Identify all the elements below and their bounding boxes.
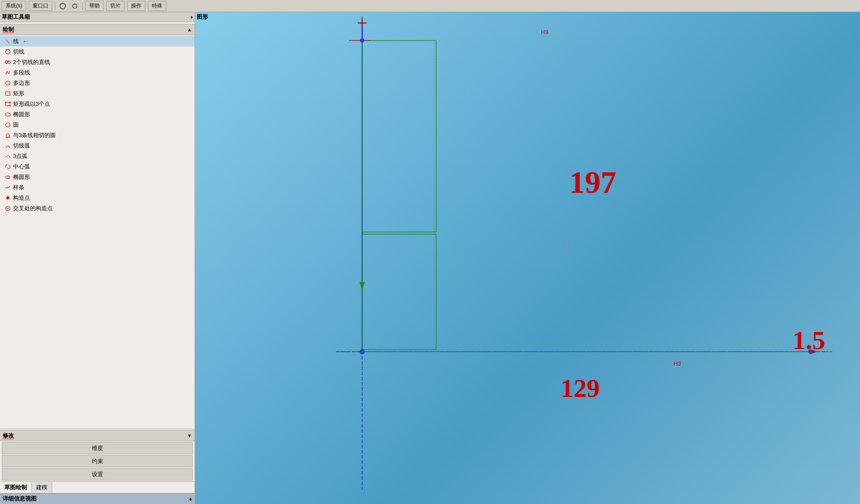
panel-header: 草图工具箱 ♦: [0, 12, 195, 22]
tool-item-3point-arc[interactable]: 3点弧: [0, 151, 195, 161]
tool-item-ellipse-label: 椭圆形: [13, 111, 30, 118]
tool-item-spline-label: 样条: [13, 184, 24, 192]
svg-point-17: [6, 165, 10, 169]
tool-item-tangent-arc-label: 切线弧: [13, 142, 30, 150]
svg-point-14: [6, 123, 10, 127]
tool-item-two-tangent-label: 2个切线的直线: [13, 58, 50, 66]
tool-item-rect[interactable]: 矩形: [0, 88, 195, 99]
help-menu-button[interactable]: 帮助: [85, 1, 104, 11]
draw-section-arrow: ▲: [187, 27, 192, 32]
canvas-title: 图形: [197, 13, 208, 21]
detail-panel-pin[interactable]: ♦: [189, 496, 192, 502]
tool-item-line-label: 线: [13, 37, 19, 45]
green-rect-bottom: [362, 234, 436, 349]
canvas-area[interactable]: 图形: [195, 12, 860, 504]
tab-sketch-draw[interactable]: 草图绘制: [0, 482, 32, 493]
tool-item-polygon[interactable]: 多边形: [0, 78, 195, 88]
tangent-arc-icon: [4, 142, 11, 149]
svg-point-15: [6, 134, 10, 137]
panel-title: 草图工具箱: [2, 13, 30, 21]
svg-rect-8: [6, 92, 10, 95]
detail-panel: 详细信息视图 ♦: [0, 493, 195, 504]
tool-item-polygon-label: 多边形: [13, 79, 30, 87]
tool-item-3tangent-circle-label: 与3条线相切的圆: [13, 131, 56, 139]
tool-section: 绘制 ▲ ＼ 线 ← 切线 2个切线的直线: [0, 22, 195, 429]
tool-item-ellipse2[interactable]: 椭圆形: [0, 172, 195, 182]
tool-item-intersect-pt-label: 交叉处的构造点: [13, 205, 53, 212]
toolbar-separator-1: [55, 2, 55, 10]
svg-rect-9: [6, 102, 10, 106]
svg-point-5: [8, 61, 10, 64]
drop-icon[interactable]: [70, 1, 80, 11]
operation-menu-button[interactable]: 操作: [127, 1, 145, 11]
top-toolbar: 系统(s) 窗口口 帮助 切片 操作 特殊: [0, 0, 860, 12]
polygon-icon: [4, 80, 11, 87]
tool-item-rect3pt-label: 矩形疏以3个点: [13, 100, 50, 108]
modify-section-header[interactable]: 修改 ▼: [0, 430, 195, 441]
settings-btn[interactable]: 设置: [2, 468, 193, 480]
bottom-section: 修改 ▼ 维度 约束 设置: [0, 429, 195, 481]
tool-item-rect-label: 矩形: [13, 90, 24, 97]
tool-item-center-arc-label: 中心弧: [13, 163, 30, 171]
tangent-line-icon: [4, 48, 11, 55]
modify-section-arrow: ▼: [187, 433, 192, 438]
tool-item-intersect-pt[interactable]: 交叉处的构造点: [0, 203, 195, 214]
arrow-icon: ←: [22, 37, 29, 45]
special-menu-button[interactable]: 特殊: [148, 1, 166, 11]
svg-point-10: [5, 102, 7, 103]
tool-item-circle[interactable]: 圆: [0, 120, 195, 130]
center-arc-icon: [4, 163, 11, 170]
svg-point-21: [7, 208, 9, 209]
detail-panel-title: 详细信息视图: [3, 495, 37, 503]
tool-item-rect3pt[interactable]: 矩形疏以3个点: [0, 99, 195, 109]
tool-item-tangent-label: 切线: [13, 48, 24, 56]
tool-item-spline[interactable]: 样条: [0, 182, 195, 193]
construct-pt-icon: ✱: [4, 195, 11, 202]
tool-item-construct-pt-label: 构造点: [13, 194, 30, 202]
dimension-btn[interactable]: 维度: [2, 442, 193, 454]
draw-section-header[interactable]: 绘制 ▲: [0, 24, 195, 35]
3tangent-circle-icon: [4, 132, 11, 139]
tool-item-ellipse2-label: 椭圆形: [13, 173, 30, 181]
svg-point-12: [10, 105, 11, 107]
tool-item-tangent-arc[interactable]: 切线弧: [0, 141, 195, 151]
system-menu-button[interactable]: 系统(s): [2, 1, 26, 11]
tool-item-polyline[interactable]: 多段线: [0, 67, 195, 78]
shield-icon[interactable]: [58, 1, 67, 11]
two-tangent-icon: [4, 59, 11, 66]
spline-icon: [4, 184, 11, 191]
tool-item-two-tangent[interactable]: 2个切线的直线: [0, 57, 195, 67]
tool-item-construct-pt[interactable]: ✱ 构造点: [0, 193, 195, 203]
window-menu-button[interactable]: 窗口口: [29, 1, 52, 11]
main-area: 草图工具箱 ♦ 绘制 ▲ ＼ 线 ← 切线: [0, 12, 860, 504]
tool-item-polyline-label: 多段线: [13, 69, 30, 77]
tool-item-ellipse[interactable]: 椭圆形: [0, 109, 195, 120]
tab-build[interactable]: 建模: [32, 482, 52, 493]
svg-marker-7: [6, 81, 10, 85]
panel-pin[interactable]: ♦: [190, 14, 193, 20]
dim-197-label: 197: [569, 165, 616, 201]
tool-item-3tangent-circle[interactable]: 与3条线相切的圆: [0, 130, 195, 141]
line-icon: ＼: [4, 38, 11, 45]
canvas-svg: [195, 12, 860, 504]
modify-section-label: 修改: [3, 432, 14, 440]
dim-h3-label: H3: [674, 360, 681, 367]
polyline-icon: [4, 69, 11, 76]
dim-h9-label: H9: [541, 29, 548, 35]
slice-menu-button[interactable]: 切片: [106, 1, 124, 11]
rect3pt-icon: [4, 101, 11, 108]
tool-item-center-arc[interactable]: 中心弧: [0, 161, 195, 172]
dim-l7-label: L7: [564, 239, 570, 245]
tool-item-line[interactable]: ＼ 线 ←: [0, 36, 195, 47]
ellipse2-icon: [4, 174, 11, 181]
rect-icon: [4, 90, 11, 97]
bottom-green-arrow: [359, 282, 365, 291]
tool-item-tangent[interactable]: 切线: [0, 47, 195, 57]
tool-item-3point-arc-label: 3点弧: [13, 152, 27, 160]
tab-row: 草图绘制 建模: [0, 481, 195, 493]
svg-point-11: [10, 102, 11, 103]
draw-section-label: 绘制: [3, 26, 14, 34]
intersect-pt-icon: [4, 205, 11, 212]
constraint-btn[interactable]: 约束: [2, 455, 193, 467]
left-panel: 草图工具箱 ♦ 绘制 ▲ ＼ 线 ← 切线: [0, 12, 195, 504]
